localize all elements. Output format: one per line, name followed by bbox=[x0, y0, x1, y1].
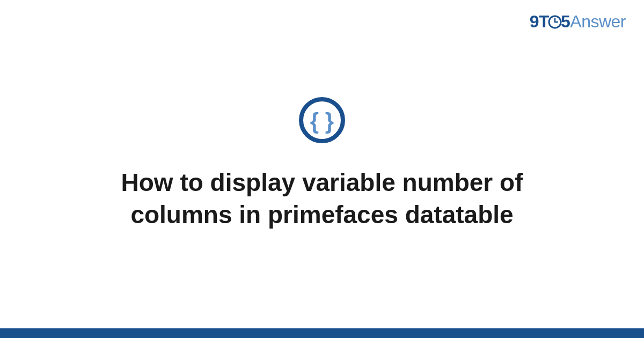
main-content: { } How to display variable number of co… bbox=[0, 0, 644, 338]
code-braces-icon: { } bbox=[298, 96, 346, 146]
footer-accent-bar bbox=[0, 328, 644, 338]
question-title: How to display variable number of column… bbox=[70, 167, 574, 231]
svg-text:{ }: { } bbox=[310, 108, 334, 134]
